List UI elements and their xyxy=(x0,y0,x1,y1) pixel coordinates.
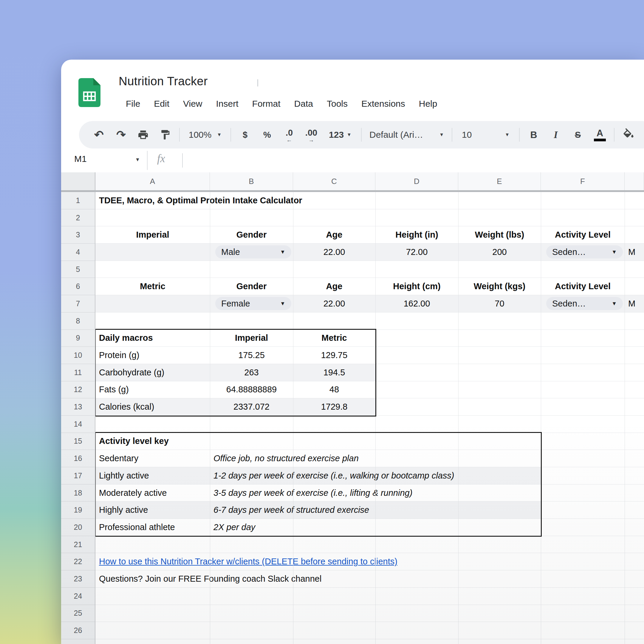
row-header[interactable]: 24 xyxy=(61,588,95,605)
row-header[interactable]: 13 xyxy=(61,398,95,416)
activity-level-dropdown[interactable]: Seden… ▼ xyxy=(546,245,623,258)
menu-format[interactable]: Format xyxy=(252,99,281,109)
row-header[interactable]: 3 xyxy=(61,226,95,244)
cell-b11[interactable]: 263 xyxy=(210,364,293,381)
increase-decimal-button[interactable]: .00 → xyxy=(300,128,322,142)
cell-g7[interactable]: M xyxy=(625,295,644,312)
grid-row[interactable] xyxy=(95,588,644,605)
cell-a23[interactable]: Questions? Join our FREE Founding coach … xyxy=(95,570,210,587)
cell-f7[interactable]: Seden… ▼ xyxy=(541,295,625,312)
menu-data[interactable]: Data xyxy=(294,99,313,109)
format-percent-button[interactable]: % xyxy=(256,130,278,140)
text-color-button[interactable]: A xyxy=(589,129,611,141)
decrease-decimal-button[interactable]: .0 ← xyxy=(278,128,300,142)
cell-e3[interactable]: Weight (lbs) xyxy=(458,226,541,243)
column-header-e[interactable]: E xyxy=(458,172,541,190)
menu-extensions[interactable]: Extensions xyxy=(361,99,405,109)
menu-file[interactable]: File xyxy=(126,99,140,109)
document-title[interactable]: Nutrition Tracker xyxy=(119,75,208,88)
cell-c3[interactable]: Age xyxy=(293,226,375,243)
italic-button[interactable]: I xyxy=(545,129,567,140)
grid-row[interactable] xyxy=(95,209,644,227)
cell-a4[interactable] xyxy=(95,244,210,261)
cell-d6[interactable]: Height (cm) xyxy=(375,278,458,295)
font-size-select[interactable]: 10 ▼ xyxy=(455,130,516,140)
cell-c11[interactable]: 194.5 xyxy=(293,364,375,381)
cell-c7[interactable]: 22.00 xyxy=(293,295,375,312)
cell-a12[interactable]: Fats (g) xyxy=(95,381,210,398)
menu-insert[interactable]: Insert xyxy=(216,99,239,109)
menu-tools[interactable]: Tools xyxy=(327,99,348,109)
grid-row[interactable] xyxy=(95,261,644,278)
cell-a17[interactable]: Lightly active xyxy=(95,467,210,484)
row-header[interactable]: 7 xyxy=(61,295,95,312)
cell-d3[interactable]: Height (in) xyxy=(375,226,458,243)
menu-help[interactable]: Help xyxy=(419,99,437,109)
redo-button[interactable]: ↷ xyxy=(110,129,132,140)
gender-dropdown[interactable]: Female ▼ xyxy=(215,297,291,310)
undo-button[interactable]: ↶ xyxy=(88,129,110,140)
row-header[interactable]: 6 xyxy=(61,278,95,295)
cell-c12[interactable]: 48 xyxy=(293,381,375,398)
menu-view[interactable]: View xyxy=(183,99,202,109)
cell-g3[interactable] xyxy=(625,226,644,243)
cell-d4[interactable]: 72.00 xyxy=(375,244,458,261)
fill-color-button[interactable] xyxy=(617,128,640,141)
row-header[interactable]: 15 xyxy=(61,433,95,450)
row-header[interactable]: 1 xyxy=(61,192,95,209)
name-box[interactable]: M1 xyxy=(74,154,87,164)
google-sheets-icon[interactable] xyxy=(78,78,100,107)
cell-c13[interactable]: 1729.8 xyxy=(293,398,375,415)
cell-b16[interactable]: Office job, no structured exercise plan xyxy=(210,450,293,467)
cell-a16[interactable]: Sedentary xyxy=(95,450,210,467)
font-family-select[interactable]: Default (Ari… ▼ xyxy=(365,130,449,140)
cell-a1[interactable]: TDEE, Macro, & Optimal Protein Intake Ca… xyxy=(95,192,210,209)
cell-a3[interactable]: Imperial xyxy=(95,226,210,243)
row-header[interactable]: 20 xyxy=(61,519,95,536)
cell-c6[interactable]: Age xyxy=(293,278,375,295)
zoom-select[interactable]: 100% ▼ xyxy=(183,130,227,140)
row-header[interactable]: 19 xyxy=(61,501,95,519)
cell-b18[interactable]: 3-5 days per week of exercise (i.e., lif… xyxy=(210,484,293,501)
grid-row[interactable] xyxy=(95,622,644,639)
cell-a20[interactable]: Professional athlete xyxy=(95,519,210,536)
cell-a22[interactable]: How to use this Nutrition Tracker w/clie… xyxy=(95,553,210,570)
row-header[interactable]: 18 xyxy=(61,484,95,502)
cell-a19[interactable]: Highly active xyxy=(95,501,210,518)
cell-b13[interactable]: 2337.072 xyxy=(210,398,293,415)
row-header[interactable]: 2 xyxy=(61,209,95,227)
cell-c10[interactable]: 129.75 xyxy=(293,347,375,364)
cell-f6[interactable]: Activity Level xyxy=(541,278,625,295)
column-header-a[interactable]: A xyxy=(95,172,210,190)
cell-b12[interactable]: 64.88888889 xyxy=(210,381,293,398)
row-header[interactable]: 5 xyxy=(61,261,95,278)
row-header[interactable]: 27 xyxy=(61,639,95,644)
bold-button[interactable]: B xyxy=(523,129,545,140)
select-all-corner[interactable] xyxy=(61,172,95,190)
row-header[interactable]: 21 xyxy=(61,536,95,553)
formula-input-cursor[interactable] xyxy=(182,153,183,168)
cell-a15[interactable]: Activity level key xyxy=(95,433,210,450)
cell-b4[interactable]: Male ▼ xyxy=(210,244,293,261)
column-header-d[interactable]: D xyxy=(375,172,458,190)
cell-a7[interactable] xyxy=(95,295,210,312)
column-header-g-partial[interactable] xyxy=(625,172,644,190)
how-to-use-link[interactable]: How to use this Nutrition Tracker w/clie… xyxy=(99,557,400,566)
cell-b3[interactable]: Gender xyxy=(210,226,293,243)
row-header[interactable]: 17 xyxy=(61,467,95,484)
row-header[interactable]: 25 xyxy=(61,605,95,622)
grid-row[interactable] xyxy=(95,639,644,644)
cell-b10[interactable]: 175.25 xyxy=(210,347,293,364)
format-currency-button[interactable]: $ xyxy=(234,130,256,140)
more-formats-button[interactable]: 123 ▼ xyxy=(322,130,358,140)
cell-a10[interactable]: Protein (g) xyxy=(95,347,210,364)
row-header[interactable]: 10 xyxy=(61,347,95,364)
row-header[interactable]: 4 xyxy=(61,244,95,261)
cell-b19[interactable]: 6-7 days per week of structured exercise xyxy=(210,501,293,518)
row-header[interactable]: 9 xyxy=(61,330,95,347)
cell-e7[interactable]: 70 xyxy=(458,295,541,312)
column-header-b[interactable]: B xyxy=(210,172,293,190)
column-header-f[interactable]: F xyxy=(541,172,625,190)
column-header-c[interactable]: C xyxy=(293,172,375,190)
cell-g4[interactable]: M xyxy=(625,244,644,261)
